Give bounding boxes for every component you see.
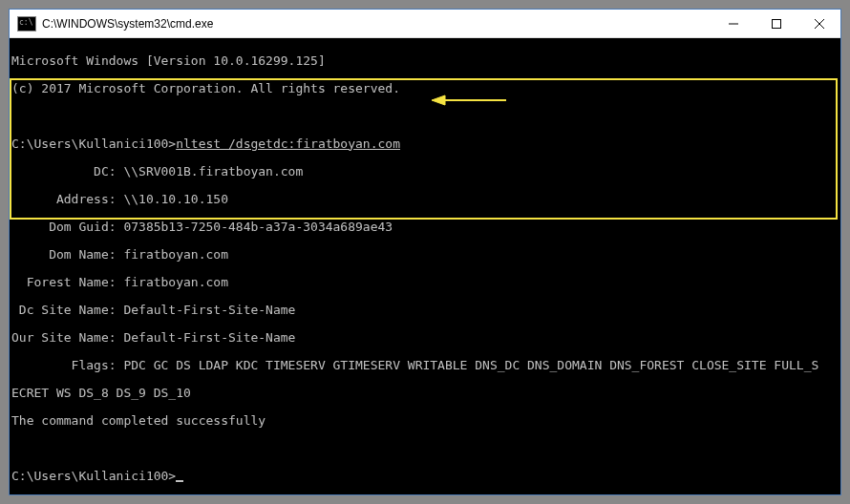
svg-rect-1 bbox=[772, 19, 780, 28]
output-dom-name: Dom Name: firatboyan.com bbox=[11, 248, 839, 262]
prompt-path-2: C:\Users\Kullanici100> bbox=[11, 469, 176, 483]
title-bar[interactable]: C:\WINDOWS\system32\cmd.exe bbox=[10, 10, 840, 38]
prompt-line-1: C:\Users\Kullanici100>nltest /dsgetdc:fi… bbox=[11, 137, 839, 152]
maximize-button[interactable] bbox=[754, 10, 797, 37]
window-title: C:\WINDOWS\system32\cmd.exe bbox=[42, 17, 712, 31]
output-address: Address: \\10.10.10.150 bbox=[11, 193, 839, 207]
prompt-line-2: C:\Users\Kullanici100> bbox=[11, 470, 839, 484]
output-flags-cont: ECRET WS DS_8 DS_9 DS_10 bbox=[11, 387, 839, 401]
output-dc-site-name: Dc Site Name: Default-First-Site-Name bbox=[11, 304, 839, 318]
output-flags: Flags: PDC GC DS LDAP KDC TIMESERV GTIME… bbox=[11, 359, 839, 373]
output-completed: The command completed successfully bbox=[11, 414, 839, 429]
blank-line bbox=[11, 110, 839, 124]
close-button[interactable] bbox=[797, 10, 840, 37]
output-dc: DC: \\SRV001B.firatboyan.com bbox=[11, 165, 839, 179]
output-dom-guid: Dom Guid: 07385b13-7250-484b-a37a-3034a6… bbox=[11, 220, 839, 235]
terminal-body[interactable]: Microsoft Windows [Version 10.0.16299.12… bbox=[10, 38, 840, 494]
cursor bbox=[176, 480, 183, 482]
version-line: Microsoft Windows [Version 10.0.16299.12… bbox=[11, 54, 839, 69]
minimize-button[interactable] bbox=[712, 10, 754, 37]
blank-line-2 bbox=[11, 442, 839, 456]
cmd-icon bbox=[17, 16, 36, 32]
svg-marker-5 bbox=[432, 95, 445, 105]
prompt-path: C:\Users\Kullanici100> bbox=[11, 136, 176, 151]
command-text: nltest /dsgetdc:firatboyan.com bbox=[176, 136, 400, 151]
output-forest-name: Forest Name: firatboyan.com bbox=[11, 276, 839, 290]
cmd-window: C:\WINDOWS\system32\cmd.exe Microsoft Wi… bbox=[9, 9, 841, 495]
window-controls bbox=[712, 10, 840, 37]
output-our-site-name: Our Site Name: Default-First-Site-Name bbox=[11, 331, 839, 346]
copyright-line: (c) 2017 Microsoft Corporation. All righ… bbox=[11, 82, 839, 96]
